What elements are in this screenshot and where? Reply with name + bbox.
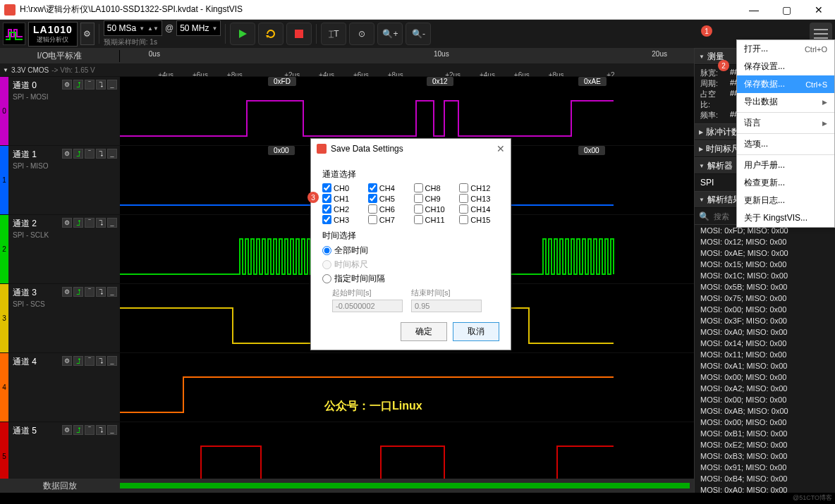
- trigger-low-icon[interactable]: _: [107, 287, 117, 297]
- cancel-button[interactable]: 取消: [453, 322, 499, 341]
- channel-checkbox[interactable]: CH9: [414, 194, 454, 203]
- data-tag[interactable]: 0x12: [427, 77, 453, 86]
- trigger-level-icon[interactable]: ‾: [85, 425, 95, 435]
- gear-icon[interactable]: ⚙: [62, 287, 72, 297]
- channel-checkbox[interactable]: CH10: [414, 204, 454, 214]
- result-row[interactable]: MOSI: 0xAE; MISO: 0x00: [695, 247, 835, 259]
- menu-item[interactable]: 语言▶: [737, 114, 834, 132]
- result-row[interactable]: MOSI: 0x75; MISO: 0x00: [695, 293, 835, 304]
- time-ruler[interactable]: 0us 10us 20us: [120, 48, 694, 63]
- trigger-low-icon[interactable]: _: [107, 149, 117, 159]
- data-tag[interactable]: 0xAE: [578, 77, 607, 86]
- channel-checkbox[interactable]: CH2: [322, 204, 362, 214]
- maximize-button[interactable]: ▢: [770, 0, 803, 20]
- trigger-level-icon[interactable]: ‾: [85, 287, 95, 297]
- menu-item[interactable]: 检查更新...: [737, 174, 834, 192]
- channel-checkbox[interactable]: CH3: [322, 215, 362, 224]
- io-level-select[interactable]: ▼ 3.3V CMOS -> Vth: 1.65 V: [0, 66, 120, 74]
- channel-checkbox[interactable]: CH12: [459, 183, 499, 192]
- channel-checkbox[interactable]: CH6: [368, 204, 408, 214]
- minimize-button[interactable]: —: [738, 0, 770, 20]
- trigger-rise-icon[interactable]: ⮥: [73, 80, 83, 90]
- menu-item[interactable]: 打开...Ctrl+O: [737, 40, 834, 58]
- gear-icon[interactable]: ⚙: [62, 80, 72, 90]
- menu-item[interactable]: 关于 KingstVIS...: [737, 209, 834, 227]
- result-row[interactable]: MOSI: 0xB3; MISO: 0x00: [695, 450, 835, 462]
- result-row[interactable]: MOSI: 0x00; MISO: 0x00: [695, 394, 835, 405]
- result-row[interactable]: MOSI: 0x00; MISO: 0x00: [695, 371, 835, 383]
- play-button[interactable]: [230, 23, 255, 45]
- trigger-fall-icon[interactable]: ⮧: [96, 149, 106, 159]
- result-row[interactable]: MOSI: 0xA2; MISO: 0x00: [695, 383, 835, 394]
- channel-checkbox[interactable]: CH14: [459, 204, 499, 214]
- trigger-fall-icon[interactable]: ⮧: [96, 287, 106, 297]
- trigger-fall-icon[interactable]: ⮧: [96, 80, 106, 90]
- ok-button[interactable]: 确定: [401, 322, 447, 341]
- radio-range[interactable]: 指定时间间隔: [322, 273, 499, 285]
- result-row[interactable]: MOSI: 0x91; MISO: 0x00: [695, 462, 835, 473]
- result-row[interactable]: MOSI: 0x1C; MISO: 0x00: [695, 270, 835, 281]
- channel-checkbox[interactable]: CH8: [414, 183, 454, 192]
- result-row[interactable]: MOSI: 0x3F; MISO: 0x00: [695, 315, 835, 326]
- channel-checkbox[interactable]: CH13: [459, 194, 499, 203]
- trigger-low-icon[interactable]: _: [107, 218, 117, 228]
- trigger-low-icon[interactable]: _: [107, 425, 117, 435]
- data-tag[interactable]: 0xFD: [268, 77, 296, 86]
- gear-icon[interactable]: ⚙: [62, 218, 72, 228]
- menu-item[interactable]: 保存数据...Ctrl+S: [737, 75, 834, 93]
- channel-checkbox[interactable]: CH5: [368, 194, 408, 203]
- trigger-rise-icon[interactable]: ⮥: [73, 356, 83, 366]
- zoom-out-button[interactable]: 🔍-: [406, 23, 431, 45]
- trigger-low-icon[interactable]: _: [107, 80, 117, 90]
- data-tag[interactable]: 0x00: [578, 146, 605, 155]
- channel-checkbox[interactable]: CH15: [459, 215, 499, 224]
- trigger-rise-icon[interactable]: ⮥: [73, 287, 83, 297]
- stop-button[interactable]: [286, 23, 312, 45]
- channel-checkbox[interactable]: CH1: [322, 194, 362, 203]
- menu-item[interactable]: 保存设置...: [737, 58, 834, 75]
- channel-waveform[interactable]: 0xFD0x120xAE: [120, 77, 694, 145]
- result-row[interactable]: MOSI: 0xA0; MISO: 0x00: [695, 326, 835, 338]
- zoom-fit-button[interactable]: ⊙: [349, 23, 374, 45]
- device-settings-button[interactable]: ⚙: [80, 23, 95, 45]
- zoom-in-button[interactable]: 🔍+: [377, 23, 403, 45]
- result-row[interactable]: MOSI: 0xB1; MISO: 0x00: [695, 428, 835, 439]
- close-button[interactable]: ✕: [803, 0, 835, 20]
- menu-item[interactable]: 导出数据▶: [737, 93, 834, 111]
- result-row[interactable]: MOSI: 0xA0; MISO: 0x00: [695, 484, 835, 493]
- channel-checkbox[interactable]: CH11: [414, 215, 454, 224]
- trigger-level-icon[interactable]: ‾: [85, 218, 95, 228]
- trigger-fall-icon[interactable]: ⮧: [96, 356, 106, 366]
- result-row[interactable]: MOSI: 0x5B; MISO: 0x00: [695, 281, 835, 293]
- trigger-rise-icon[interactable]: ⮥: [73, 218, 83, 228]
- result-row[interactable]: MOSI: 0xAB; MISO: 0x00: [695, 405, 835, 417]
- trigger-fall-icon[interactable]: ⮧: [96, 425, 106, 435]
- gear-icon[interactable]: ⚙: [62, 149, 72, 159]
- channel-waveform[interactable]: [120, 422, 694, 479]
- data-tag[interactable]: 0x00: [268, 146, 295, 155]
- channel-checkbox[interactable]: CH4: [368, 183, 408, 192]
- result-row[interactable]: MOSI: 0x00; MISO: 0x00: [695, 304, 835, 315]
- clock-select[interactable]: 50 MHz▼: [176, 20, 221, 36]
- channel-checkbox[interactable]: CH7: [368, 215, 408, 224]
- trigger-fall-icon[interactable]: ⮧: [96, 218, 106, 228]
- text-cursor-button[interactable]: ⌶T: [321, 23, 346, 45]
- loop-button[interactable]: [258, 23, 284, 45]
- trigger-level-icon[interactable]: ‾: [85, 356, 95, 366]
- waveform-icon[interactable]: [3, 23, 25, 45]
- result-row[interactable]: MOSI: 0xE2; MISO: 0x00: [695, 439, 835, 450]
- trigger-rise-icon[interactable]: ⮥: [73, 425, 83, 435]
- end-time-input[interactable]: [411, 300, 482, 312]
- gear-icon[interactable]: ⚙: [62, 356, 72, 366]
- trigger-rise-icon[interactable]: ⮥: [73, 149, 83, 159]
- sample-rate-select[interactable]: 50 MSa▼▲▼: [104, 20, 162, 36]
- result-row[interactable]: MOSI: 0x15; MISO: 0x00: [695, 259, 835, 270]
- result-row[interactable]: MOSI: 0x11; MISO: 0x00: [695, 349, 835, 360]
- channel-checkbox[interactable]: CH0: [322, 183, 362, 192]
- menu-item[interactable]: 更新日志...: [737, 192, 834, 209]
- results-list[interactable]: MOSI: 0xFD; MISO: 0x00MOSI: 0x12; MISO: …: [695, 225, 835, 493]
- menu-item[interactable]: 用户手册...: [737, 156, 834, 174]
- playback-track[interactable]: [120, 483, 690, 488]
- gear-icon[interactable]: ⚙: [62, 425, 72, 435]
- trigger-level-icon[interactable]: ‾: [85, 149, 95, 159]
